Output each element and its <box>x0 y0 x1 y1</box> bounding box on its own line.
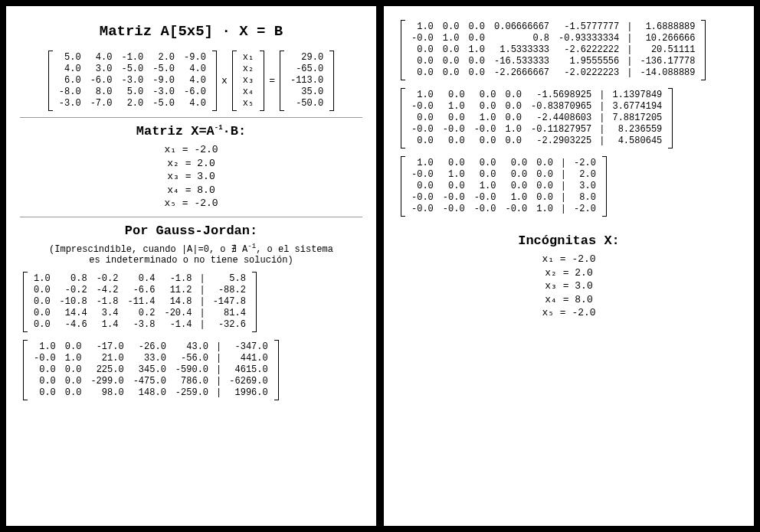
matrix-cell: 0.0 <box>464 67 490 79</box>
matrix-cell: -16.533333 <box>490 56 554 67</box>
matrix-cell: | <box>558 169 569 181</box>
matrix-cell: 0.0 <box>438 67 464 79</box>
matrix-cell: -0.93333334 <box>554 33 624 44</box>
matrix-cell: 4.0 <box>179 98 211 109</box>
matrix-cell: -5.0 <box>148 64 179 75</box>
matrix-cell: -0.2 <box>55 285 92 296</box>
times-operator: x <box>221 75 228 86</box>
matrix-cell: 0.0 <box>29 296 55 308</box>
matrix-cell: 0.0 <box>438 44 464 56</box>
matrix-cell: -8.0 <box>54 86 86 98</box>
matrix-cell: | <box>196 273 208 285</box>
matrix-cell: 4.0 <box>179 75 211 86</box>
matrix-cell: 1.0 <box>532 204 558 215</box>
matrix-cell: | <box>213 364 224 376</box>
matrix-a: 5.04.0-1.02.0-9.04.03.0-5.0-5.04.06.0-6.… <box>48 51 217 111</box>
matrix-cell: 0.4 <box>123 273 159 285</box>
matrix-cell: -0.0 <box>407 204 438 215</box>
matrix-cell: 0.0 <box>61 341 87 353</box>
matrix-cell: 0.0 <box>500 90 526 101</box>
matrix-cell: 0.0 <box>470 135 501 147</box>
matrix-cell: 0.0 <box>407 56 438 67</box>
matrix-cell: 0.0 <box>407 113 438 124</box>
matrix-cell: -0.0 <box>407 33 438 44</box>
matrix-cell: 1.0 <box>29 273 55 285</box>
matrix-cell: 441.0 <box>224 353 272 364</box>
matrix-cell: | <box>213 376 224 387</box>
matrix-cell: -1.5698925 <box>526 90 596 101</box>
matrix-cell: -1.8 <box>159 273 196 285</box>
title-inverse: Matriz X=A-1·B: <box>20 124 362 139</box>
matrix-cell: | <box>624 33 635 44</box>
matrix-cell: 0.0 <box>407 135 438 147</box>
vector-cell: x₅ <box>238 98 258 109</box>
matrix-cell: 4.0 <box>179 64 211 75</box>
matrix-cell: 8.0 <box>569 192 601 204</box>
matrix-cell: -6.0 <box>86 75 117 86</box>
matrix-cell: -0.83870965 <box>526 101 596 113</box>
matrix-cell: -0.0 <box>500 204 532 215</box>
matrix-cell: | <box>596 113 608 124</box>
matrix-cell: 0.0 <box>464 33 490 44</box>
matrix-cell: 0.0 <box>29 364 61 376</box>
matrix-cell: -4.6 <box>55 319 92 331</box>
gj-step-1: 1.00.8-0.20.4-1.8|5.80.0-0.2-4.2-6.611.2… <box>23 272 362 335</box>
matrix-cell: 3.0 <box>86 64 117 75</box>
gj-step-4: 1.00.00.00.0-1.5698925|1.1397849-0.01.00… <box>401 88 740 152</box>
matrix-cell: 8.0 <box>86 86 117 98</box>
vector-cell: x₃ <box>238 75 258 86</box>
matrix-cell: 0.0 <box>532 158 558 169</box>
matrix-cell: 8.236559 <box>608 124 667 135</box>
matrix-cell: -0.0 <box>407 101 438 113</box>
matrix-cell: 0.0 <box>532 181 558 192</box>
matrix-cell: 0.0 <box>61 376 87 387</box>
matrix-cell: -299.0 <box>86 376 128 387</box>
matrix-cell: -147.8 <box>208 296 251 308</box>
matrix-cell: -5.0 <box>148 98 179 109</box>
matrix-cell: 5.0 <box>116 86 148 98</box>
matrix-cell: 148.0 <box>129 387 171 399</box>
matrix-cell: | <box>596 90 608 101</box>
equals-operator: = <box>269 75 275 86</box>
matrix-cell: -9.0 <box>179 52 211 64</box>
matrix-cell: | <box>196 319 208 331</box>
matrix-cell: -2.6222222 <box>554 44 624 56</box>
gj-step-3: 1.00.00.00.06666667-1.5777777|1.6888889-… <box>401 20 740 83</box>
matrix-cell: 21.0 <box>86 353 128 364</box>
matrix-cell: -1.8 <box>92 296 123 308</box>
matrix-cell: 0.0 <box>438 181 470 192</box>
matrix-cell: 0.0 <box>464 21 490 33</box>
matrix-cell: 0.0 <box>500 158 532 169</box>
matrix-cell: 0.0 <box>532 192 558 204</box>
matrix-cell: 14.4 <box>55 308 92 319</box>
matrix-cell: 1996.0 <box>224 387 272 399</box>
matrix-cell: -590.0 <box>171 364 213 376</box>
matrix-cell: 0.0 <box>438 21 464 33</box>
matrix-cell: -2.2666667 <box>490 67 554 79</box>
matrix-cell: -0.0 <box>29 353 61 364</box>
matrix-cell: -3.0 <box>54 98 86 109</box>
matrix-cell: 1.0 <box>407 158 438 169</box>
matrix-cell: 0.0 <box>438 135 470 147</box>
matrix-cell: -0.0 <box>407 124 438 135</box>
matrix-cell: | <box>596 101 608 113</box>
matrix-cell: | <box>624 21 635 33</box>
matrix-cell: 1.0 <box>500 124 526 135</box>
matrix-cell: 1.9555556 <box>554 56 624 67</box>
matrix-cell: 0.0 <box>464 56 490 67</box>
matrix-cell: 43.0 <box>171 341 213 353</box>
matrix-cell: | <box>624 67 635 79</box>
matrix-cell: -1.0 <box>116 52 148 64</box>
matrix-cell: | <box>624 56 635 67</box>
gj-step-2: 1.00.0-17.0-26.043.0|-347.0-0.01.021.033… <box>23 340 362 403</box>
vector-cell: x₄ <box>238 86 258 98</box>
vector-cell: x₂ <box>238 64 258 75</box>
matrix-cell: 0.0 <box>407 44 438 56</box>
matrix-cell: 1.0 <box>61 353 87 364</box>
matrix-cell: 0.0 <box>500 113 526 124</box>
matrix-cell: 3.6774194 <box>608 101 667 113</box>
matrix-cell: 0.0 <box>29 387 61 399</box>
matrix-cell: 2.0 <box>569 169 601 181</box>
matrix-cell: -0.0 <box>470 124 501 135</box>
gj-note: (Imprescindible, cuando |A|=0, o ∄ A-1, … <box>20 243 362 266</box>
